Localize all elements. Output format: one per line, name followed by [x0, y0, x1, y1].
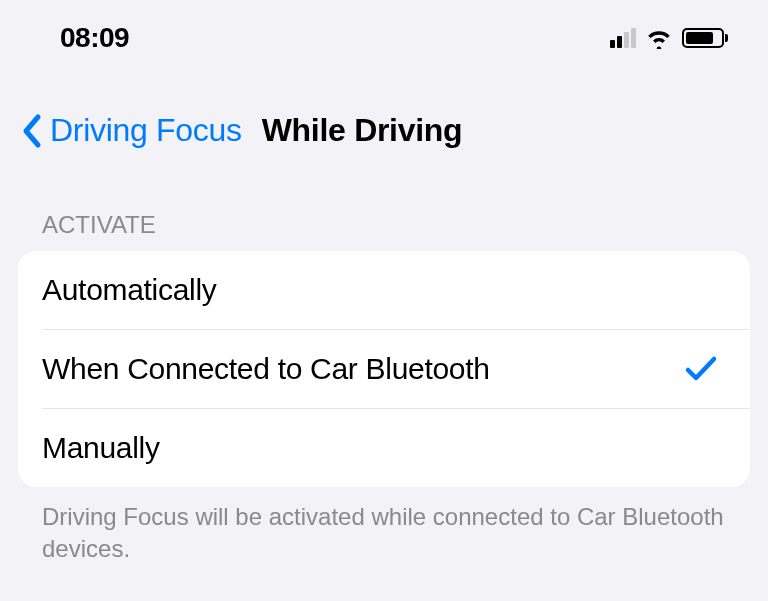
- option-when-connected-to-car-bluetooth[interactable]: When Connected to Car Bluetooth: [42, 329, 750, 408]
- option-label: Automatically: [42, 273, 217, 307]
- option-label: When Connected to Car Bluetooth: [42, 352, 490, 386]
- chevron-left-icon[interactable]: [20, 113, 44, 149]
- page-title: While Driving: [262, 112, 463, 149]
- back-button-label[interactable]: Driving Focus: [50, 112, 242, 149]
- checkmark-icon: [684, 354, 718, 384]
- status-time: 08:09: [60, 22, 129, 54]
- status-icons: [610, 27, 728, 49]
- wifi-icon: [644, 27, 674, 49]
- options-list: Automatically When Connected to Car Blue…: [18, 251, 750, 487]
- section-footer: Driving Focus will be activated while co…: [0, 487, 768, 566]
- option-manually[interactable]: Manually: [42, 408, 750, 487]
- nav-bar: Driving Focus While Driving: [0, 64, 768, 153]
- status-bar: 08:09: [0, 0, 768, 64]
- option-automatically[interactable]: Automatically: [18, 251, 750, 329]
- cellular-icon: [610, 28, 636, 48]
- section-header-activate: ACTIVATE: [0, 153, 768, 251]
- battery-icon: [682, 28, 728, 48]
- option-label: Manually: [42, 431, 160, 465]
